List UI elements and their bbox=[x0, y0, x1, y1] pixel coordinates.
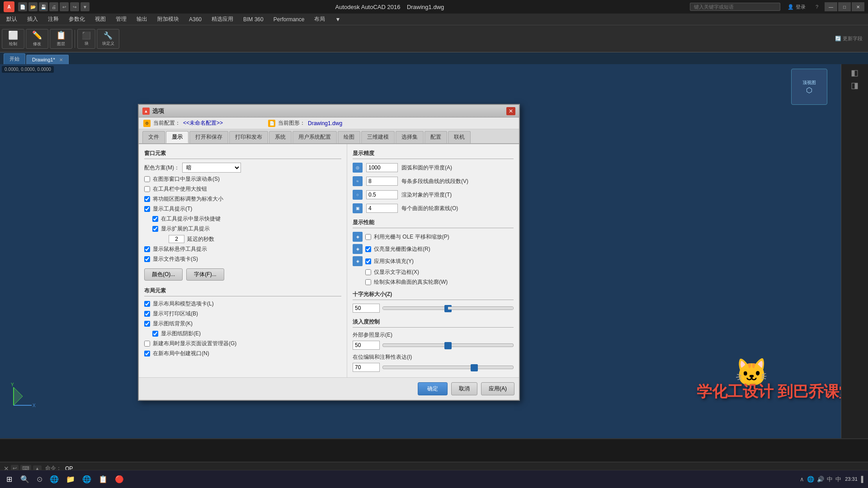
taskbar-keyboard-icon[interactable]: 中 bbox=[827, 475, 833, 483]
tab-user-system[interactable]: 用户系统配置 bbox=[292, 131, 337, 143]
help-icon[interactable]: ? bbox=[813, 4, 821, 9]
fade-edit-input[interactable] bbox=[353, 363, 380, 372]
tab-online[interactable]: 联机 bbox=[448, 131, 471, 143]
precision-input-4[interactable] bbox=[366, 204, 398, 213]
update-icon[interactable]: 🔄 更新字段 bbox=[835, 35, 863, 42]
menu-performance[interactable]: Performance bbox=[269, 14, 309, 24]
precision-input-2[interactable] bbox=[366, 177, 398, 186]
start-btn[interactable]: ⊞ bbox=[3, 475, 16, 483]
menu-more[interactable]: ▼ bbox=[330, 14, 345, 24]
tab-system[interactable]: 系统 bbox=[269, 131, 292, 143]
taskbar-network-icon[interactable]: 🌐 bbox=[807, 476, 814, 483]
tab-config[interactable]: 配置 bbox=[425, 131, 447, 143]
fade-edit-thumb[interactable] bbox=[471, 364, 478, 371]
open-file-icon[interactable]: 📂 bbox=[28, 2, 38, 11]
dialog-close-button[interactable]: ✕ bbox=[506, 107, 515, 115]
tab-display[interactable]: 显示 bbox=[166, 131, 189, 143]
hover-tooltip-checkbox[interactable] bbox=[144, 246, 150, 252]
create-viewport-checkbox[interactable] bbox=[144, 351, 150, 357]
menu-parametric[interactable]: 参数化 bbox=[64, 14, 90, 24]
toolbar-block-btn[interactable]: ⬛ 块 bbox=[77, 29, 95, 49]
tab-drawing[interactable]: Drawing1* ✕ bbox=[26, 55, 69, 64]
minimize-btn[interactable]: — bbox=[825, 2, 837, 11]
crosshair-input[interactable] bbox=[353, 304, 380, 313]
cancel-button[interactable]: 取消 bbox=[451, 382, 477, 395]
options-dialog[interactable]: ▲ 选项 ✕ ⚙ 当前配置： <<未命名配置>> 📄 当前图形： Drawing… bbox=[138, 104, 520, 401]
save-icon[interactable]: 💾 bbox=[39, 2, 48, 11]
menu-output[interactable]: 输出 bbox=[132, 14, 152, 24]
menu-manage[interactable]: 管理 bbox=[111, 14, 131, 24]
fade-external-track[interactable] bbox=[382, 343, 514, 347]
dropdown-icon[interactable]: ▼ bbox=[80, 2, 90, 11]
perf-checkbox-1[interactable] bbox=[365, 234, 371, 240]
scrollbar-checkbox[interactable] bbox=[144, 176, 150, 182]
taskbar-ie-icon[interactable]: 🌐 bbox=[47, 475, 61, 483]
show-desktop-btn[interactable]: ▌ bbox=[861, 476, 865, 483]
taskbar-explorer-icon[interactable]: 📁 bbox=[63, 475, 78, 483]
menu-default[interactable]: 默认 bbox=[2, 14, 22, 24]
tab-draw[interactable]: 绘图 bbox=[338, 131, 360, 143]
menu-view[interactable]: 视图 bbox=[90, 14, 110, 24]
toolbar-modify-btn[interactable]: ✏️ 修改 bbox=[26, 29, 48, 49]
tab-selection[interactable]: 选择集 bbox=[396, 131, 424, 143]
taskbar-mail-icon[interactable]: 📋 bbox=[96, 475, 110, 483]
paper-shadow-checkbox[interactable] bbox=[152, 331, 158, 337]
taskbar-clock[interactable]: 23:31 bbox=[845, 476, 858, 483]
tab-close-icon[interactable]: ✕ bbox=[59, 57, 63, 62]
menu-featured[interactable]: 精选应用 bbox=[207, 14, 238, 24]
toolbar-define-btn[interactable]: 🔧 块定义 bbox=[97, 29, 119, 49]
right-panel-icon2[interactable]: ◨ bbox=[851, 80, 859, 90]
extended-tooltip-checkbox[interactable] bbox=[152, 226, 158, 232]
crosshair-slider-track[interactable] bbox=[382, 306, 514, 310]
tab-3d[interactable]: 三维建模 bbox=[361, 131, 395, 143]
precision-input-3[interactable] bbox=[366, 190, 398, 199]
shortcut-checkbox[interactable] bbox=[152, 216, 158, 222]
redo-icon[interactable]: ↪ bbox=[70, 2, 79, 11]
taskbar-chevron-icon[interactable]: ∧ bbox=[800, 476, 804, 483]
fade-external-thumb[interactable] bbox=[444, 342, 452, 349]
tooltip-checkbox[interactable] bbox=[144, 206, 150, 212]
menu-addons[interactable]: 附加模块 bbox=[153, 14, 184, 24]
right-panel-icon1[interactable]: ◧ bbox=[851, 68, 859, 78]
tab-open-save[interactable]: 打开和保存 bbox=[189, 131, 228, 143]
font-btn[interactable]: 字体(F)... bbox=[186, 268, 224, 281]
maximize-btn[interactable]: □ bbox=[838, 2, 851, 11]
viewcube[interactable]: 顶视图 ⬡ bbox=[791, 69, 827, 105]
tab-print[interactable]: 打印和发布 bbox=[229, 131, 268, 143]
toolbar-draw-btn[interactable]: ⬜ 绘制 bbox=[2, 29, 24, 49]
close-btn[interactable]: ✕ bbox=[852, 2, 864, 11]
new-file-icon[interactable]: 📄 bbox=[18, 2, 27, 11]
perf-checkbox-4[interactable] bbox=[365, 269, 371, 275]
taskbar-autocad-icon[interactable]: 🔴 bbox=[112, 475, 127, 483]
color-scheme-select[interactable]: 暗 亮 bbox=[182, 163, 241, 173]
task-view-btn[interactable]: ⊙ bbox=[34, 475, 45, 483]
precision-input-1[interactable] bbox=[366, 163, 398, 172]
login-label[interactable]: 登录 bbox=[796, 4, 806, 10]
menu-layout[interactable]: 布局 bbox=[310, 14, 330, 24]
delay-input[interactable] bbox=[169, 235, 184, 243]
page-setup-checkbox[interactable] bbox=[144, 341, 150, 347]
perf-checkbox-3[interactable] bbox=[365, 258, 371, 264]
tab-file[interactable]: 文件 bbox=[142, 131, 165, 143]
undo-icon[interactable]: ↩ bbox=[60, 2, 69, 11]
color-btn[interactable]: 颜色(O)... bbox=[144, 268, 183, 281]
iconsize-checkbox[interactable] bbox=[144, 196, 150, 202]
search-btn[interactable]: 🔍 bbox=[18, 475, 32, 483]
menu-annotate[interactable]: 注释 bbox=[43, 14, 63, 24]
app-logo[interactable]: A bbox=[4, 1, 14, 12]
perf-checkbox-5[interactable] bbox=[365, 279, 371, 285]
taskbar-browser-icon[interactable]: 🌐 bbox=[80, 475, 94, 483]
perf-checkbox-2[interactable] bbox=[365, 246, 371, 252]
fade-external-input[interactable] bbox=[353, 341, 380, 350]
print-icon[interactable]: 🖨 bbox=[49, 2, 58, 11]
toolbar-layers-btn[interactable]: 📋 图层 bbox=[50, 29, 72, 49]
tab-start[interactable]: 开始 bbox=[4, 53, 25, 64]
file-tab-checkbox[interactable] bbox=[144, 256, 150, 262]
apply-button[interactable]: 应用(A) bbox=[481, 382, 514, 395]
fade-edit-track[interactable] bbox=[382, 366, 514, 369]
taskbar-volume-icon[interactable]: 🔊 bbox=[817, 476, 824, 483]
menu-a360[interactable]: A360 bbox=[184, 14, 206, 24]
print-area-checkbox[interactable] bbox=[144, 311, 150, 317]
menu-insert[interactable]: 插入 bbox=[23, 14, 42, 24]
ok-button[interactable]: 确定 bbox=[418, 382, 448, 395]
